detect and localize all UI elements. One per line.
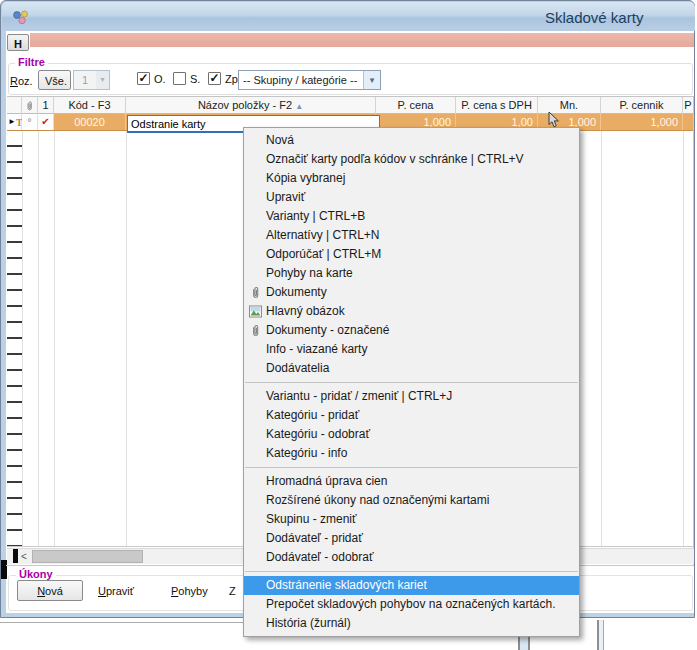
menu-item-kategoriu-info[interactable]: Kategóriu - info [244,444,579,463]
z-button-partial[interactable]: Z [229,585,236,597]
pohyby-button[interactable]: Pohyby [171,585,208,597]
header-flag[interactable]: 1 [38,97,54,114]
menu-item-varianty[interactable]: Varianty | CTRL+B [244,207,579,226]
scrollbar-thumb[interactable] [32,550,143,563]
grid-header-row: 1 Kód - F3 Názov položky - F2 ▲ P. cena … [7,96,693,114]
attachment-cell: ° [22,114,38,130]
header-attachment[interactable] [22,97,38,114]
menu-item-odporucat[interactable]: Odporúčať | CTRL+M [244,245,579,264]
header-p-cennik[interactable]: P. cennik [601,97,683,114]
sort-ascending-icon: ▲ [295,102,303,111]
checkbox-o-label: O. [154,73,166,85]
p-cennik-cell: 1,000 [601,114,683,130]
menu-item-odstranenie-skladovych-kariet[interactable]: Odstránenie skladových kariet [244,576,579,595]
menu-item-hlavny-obrazok[interactable]: Hlavný obázok [244,302,579,321]
actions-group-label: Úkony [16,568,56,580]
header-kod[interactable]: Kód - F3 [54,97,126,114]
checkbox-zp[interactable]: ✓ Zp. [208,72,241,85]
row-selector-column [7,131,22,546]
menu-item-pohyby-na-karte[interactable]: Pohyby na karte [244,264,579,283]
left-splitter-bar[interactable] [1,560,7,579]
context-menu: Nová Označiť karty podľa kódov v schránk… [243,127,580,637]
menu-item-nova[interactable]: Nová [244,131,579,150]
menu-item-dokumenty-oznacene[interactable]: Dokumenty - označené [244,321,579,340]
menu-item-dokumenty[interactable]: Dokumenty [244,283,579,302]
group-category-combobox[interactable]: -- Skupiny / kategórie -- ▾ [238,70,381,90]
app-icon [12,10,29,25]
menu-item-variantu-pridat-zmenit[interactable]: Variantu - pridať / zmeniť | CTRL+J [244,387,579,406]
menu-item-rozsirene-ukony[interactable]: Rozšírené úkony nad označenými kartami [244,491,579,510]
nova-button[interactable]: Nová [17,580,83,601]
menu-separator [245,467,578,468]
menu-item-hromadna-uprava-cien[interactable]: Hromadná úprava cien [244,472,579,491]
checkbox-s-box[interactable] [173,72,186,85]
menu-item-upravit[interactable]: Upraviť [244,188,579,207]
roz-label[interactable]: Roz. [10,75,33,87]
scroll-left-arrow-icon[interactable]: < [21,550,27,563]
group-category-value: -- Skupiny / kategórie -- [239,71,363,89]
menu-item-alternativy[interactable]: Alternatívy | CTRL+N [244,226,579,245]
checkbox-zp-box[interactable]: ✓ [208,72,221,85]
checkbox-s[interactable]: S. [173,72,200,85]
header-p-cena-s-dph[interactable]: P. cena s DPH [456,97,538,114]
kod-cell: 00020 [54,114,126,130]
chevron-down-icon[interactable]: ▾ [363,71,380,89]
paperclip-icon [249,286,262,299]
menu-item-kategoriu-odobrat[interactable]: Kategóriu - odobrať [244,425,579,444]
window-title: Skladové karty [545,9,643,26]
menu-item-historia-zurnal[interactable]: História (žurnál) [244,614,579,633]
flag-check-cell: ✔ [38,114,54,130]
menu-item-prepocet-skladovych-pohybov[interactable]: Prepočet skladových pohybov na označenýc… [244,595,579,614]
menu-item-dodavatel-odobrat[interactable]: Dodávateľ - odobrať [244,548,579,567]
menu-item-oznacit-karty[interactable]: Označiť karty podľa kódov v schránke | C… [244,150,579,169]
filter-group-label: Filtre [15,56,48,68]
h-button[interactable]: H [7,34,29,51]
title-bar[interactable]: Skladové karty [2,2,695,31]
header-p-partial[interactable]: P [683,97,693,114]
menu-item-dodavatelia[interactable]: Dodávatelia [244,359,579,378]
image-icon [249,305,262,318]
menu-item-skupinu-zmenit[interactable]: Skupinu - zmeniť [244,510,579,529]
menu-item-kategoriu-pridat[interactable]: Kategóriu - pridať [244,406,579,425]
chevron-down-icon: ▾ [96,71,109,89]
splitter-handle[interactable] [13,549,18,563]
menu-separator [245,571,578,572]
page-number-value: 1 [74,71,96,89]
background-window-border [597,620,604,650]
header-p-cena[interactable]: P. cena [376,97,456,114]
checkbox-o-box[interactable]: ✓ [137,72,150,85]
checkbox-s-label: S. [190,73,200,85]
menu-item-info-viazane-karty[interactable]: Info - viazané karty [244,340,579,359]
page-number-select: 1 ▾ [73,70,110,90]
vse-button[interactable]: Vše. [38,70,71,90]
pink-strip [30,33,694,47]
header-nazov[interactable]: Názov položky - F2 ▲ [126,97,376,114]
upravit-button[interactable]: Upraviť [98,585,134,597]
menu-item-kopia-vybranej[interactable]: Kópia vybranej [244,169,579,188]
header-selector [7,97,22,114]
checkbox-o[interactable]: ✓ O. [137,72,166,85]
menu-item-dodavatel-pridat[interactable]: Dodávateľ - pridať [244,529,579,548]
paperclip-icon [25,100,34,112]
menu-separator [245,382,578,383]
paperclip-icon [249,324,262,337]
current-row-arrow-icon: ► [8,114,16,130]
row-indicator-cell: ► T [7,114,22,130]
mouse-cursor [548,111,560,129]
